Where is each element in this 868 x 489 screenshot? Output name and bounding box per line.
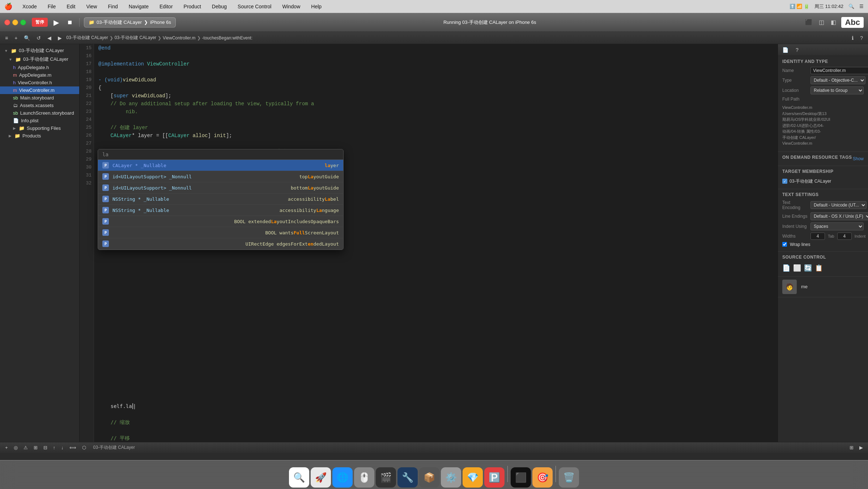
nav-back-btn[interactable]: ◀ xyxy=(45,34,54,42)
inspector-location-select[interactable]: Relative to Group xyxy=(810,86,864,94)
sidebar-item-appdelegate-m[interactable]: m AppDelegate.m xyxy=(0,71,79,79)
dock-paw[interactable]: 🅿️ xyxy=(484,467,505,488)
autocomplete-item-edges-extended[interactable]: P UIRectEdge edgesForExtendedLayout xyxy=(98,238,343,250)
status-warning-btn[interactable]: ⚠ xyxy=(22,444,29,451)
menu-edit[interactable]: Edit xyxy=(64,3,77,10)
dock-trash[interactable]: 🗑️ xyxy=(559,467,579,488)
status-expand-btn[interactable]: ⟺ xyxy=(68,444,78,451)
status-panel-btn[interactable]: ⊞ xyxy=(848,444,855,451)
inspector-file-btn[interactable]: 📄 xyxy=(779,46,791,54)
nav-forward-btn[interactable]: ▶ xyxy=(56,34,64,42)
inspector-type-select[interactable]: Default - Objective-C... xyxy=(810,76,865,84)
dock-launchpad[interactable]: 🚀 xyxy=(311,467,331,488)
menu-product[interactable]: Product xyxy=(182,3,203,10)
indent-width-input[interactable] xyxy=(837,233,852,240)
on-demand-show-btn[interactable]: Show xyxy=(853,156,864,161)
dock-dart[interactable]: 🎯 xyxy=(532,467,553,488)
menu-view[interactable]: View xyxy=(84,3,99,10)
sidebar-item-products[interactable]: ▶ 📁 Products xyxy=(0,132,79,140)
dock-sketch[interactable]: 💎 xyxy=(463,467,483,488)
close-button[interactable] xyxy=(4,20,10,25)
sidebar-nav-btn[interactable]: ≡ xyxy=(3,34,10,42)
status-play-btn[interactable]: ▶ xyxy=(858,444,864,451)
dock-app[interactable]: 📦 xyxy=(419,467,439,488)
menu-window[interactable]: Window xyxy=(280,3,302,10)
breadcrumb-item-1[interactable]: 03-手动创建 CALayer xyxy=(115,35,156,41)
menu-debug[interactable]: Debug xyxy=(210,3,229,10)
autocomplete-item-wants-fullscreen[interactable]: P BOOL wantsFullScreenLayout xyxy=(98,227,343,238)
stop-run-button[interactable]: ■ xyxy=(65,17,75,28)
breadcrumb-item-3[interactable]: -touchesBegan:withEvent: xyxy=(202,35,252,41)
dock-xcode[interactable]: 🔧 xyxy=(397,467,418,488)
run-button[interactable]: ▶ xyxy=(51,17,62,28)
target-checkbox[interactable]: ✓ xyxy=(782,179,787,184)
menu-source-control[interactable]: Source Control xyxy=(235,3,273,10)
autocomplete-item-accessibility-language[interactable]: P NSString * _Nullable accessibilityLang… xyxy=(98,205,343,216)
text-encoding-select[interactable]: Default - Unicode (UT... xyxy=(810,201,867,209)
wrap-lines-checkbox[interactable] xyxy=(782,242,787,247)
status-add-btn[interactable]: + xyxy=(4,444,9,451)
sidebar-item-plist[interactable]: 📄 Info.plist xyxy=(0,117,79,124)
menu-file[interactable]: File xyxy=(46,3,58,10)
add-file-btn[interactable]: + xyxy=(12,34,20,42)
maximize-button[interactable] xyxy=(20,20,26,25)
ac-badge-0: P xyxy=(102,162,109,169)
line-endings-select[interactable]: Default - OS X / Unix (LF) xyxy=(810,212,868,220)
dock-terminal[interactable]: ⬛ xyxy=(511,467,531,488)
autocomplete-item-extended-layout[interactable]: P BOOL extendedLayoutIncludesOpaqueBars xyxy=(98,216,343,227)
dock-finder[interactable]: 🔍 xyxy=(289,467,309,488)
sidebar-item-appdelegate-h[interactable]: h AppDelegate.h xyxy=(0,64,79,71)
sidebar-item-main-storyboard[interactable]: sb Main.storyboard xyxy=(0,94,79,102)
sidebar-item-viewcontroller-h[interactable]: h ViewController.h xyxy=(0,79,79,86)
menu-find[interactable]: Find xyxy=(106,3,120,10)
indent-using-select[interactable]: Spaces xyxy=(810,222,864,230)
menu-help[interactable]: Help xyxy=(309,3,324,10)
sidebar-item-assets[interactable]: 🗂 Assets.xcassets xyxy=(0,102,79,109)
scheme-selector[interactable]: 📁 03-手动创建 CALayer ❯ iPhone 6s xyxy=(84,17,176,27)
help-btn[interactable]: ? xyxy=(858,34,865,42)
status-layout-btn[interactable]: ⊟ xyxy=(42,444,49,451)
status-down-btn[interactable]: ↓ xyxy=(60,444,65,451)
sc-icon-3[interactable]: 🔄 xyxy=(804,264,812,272)
sidebar-item-launch-storyboard[interactable]: sb LaunchScreen.storyboard xyxy=(0,109,79,117)
minimize-button[interactable] xyxy=(12,20,18,25)
autocomplete-item-accessibility-label[interactable]: P NSString * _Nullable accessibilityLabe… xyxy=(98,194,343,205)
editor-layout-icon[interactable]: ◫ xyxy=(817,17,826,27)
dock-safari[interactable]: 🌐 xyxy=(332,467,353,488)
sidebar-item-viewcontroller-m[interactable]: m ViewController.m xyxy=(0,86,79,94)
dock-mouse[interactable]: 🖱️ xyxy=(354,467,374,488)
file-inspector-btn[interactable]: ℹ xyxy=(850,34,856,42)
sidebar-item-supporting-files[interactable]: ▶ 📁 Supporting Files xyxy=(0,124,79,132)
sidebar-item-sublayer[interactable]: ▼ 📁 03-手动创建 CALayer xyxy=(0,55,79,64)
menu-xcode[interactable]: Xcode xyxy=(20,3,39,10)
refresh-btn[interactable]: ↺ xyxy=(34,34,43,42)
menubar-search-icon[interactable]: 🔍 xyxy=(848,4,854,9)
inspector-name-input[interactable] xyxy=(810,67,868,74)
sidebar-item-root[interactable]: ▼ 📁 03-手动创建 CALayer xyxy=(0,46,79,55)
autocomplete-item-layer[interactable]: P CALayer * _Nullable layer xyxy=(98,160,343,171)
status-up-btn[interactable]: ↑ xyxy=(52,444,57,451)
autocomplete-item-top-layout[interactable]: P id<UILayoutSupport> _Nonnull topLayout… xyxy=(98,171,343,182)
sc-icon-2[interactable]: ⬜ xyxy=(793,264,801,272)
dock-prefs[interactable]: ⚙️ xyxy=(441,467,461,488)
stop-button[interactable]: 暂停 xyxy=(32,18,48,27)
breadcrumb-item-0[interactable]: 03-手动创建 CALayer xyxy=(66,35,108,41)
dock-video[interactable]: 🎬 xyxy=(376,467,396,488)
breadcrumb-item-2[interactable]: ViewController.m xyxy=(163,35,195,41)
menu-navigate[interactable]: Navigate xyxy=(127,3,151,10)
status-circle-btn[interactable]: ◎ xyxy=(12,444,19,451)
sc-icon-4[interactable]: 📋 xyxy=(815,264,823,272)
menubar-menu-icon[interactable]: ☰ xyxy=(859,4,864,9)
sc-icon-1[interactable]: 📄 xyxy=(782,264,790,272)
tab-width-input[interactable] xyxy=(810,233,825,240)
filter-btn[interactable]: 🔍 xyxy=(22,34,32,42)
status-grid-btn[interactable]: ⊞ xyxy=(32,444,39,451)
autocomplete-item-bottom-layout[interactable]: P id<UILayoutSupport> _Nonnull bottomLay… xyxy=(98,182,343,194)
inspector-quick-help-btn[interactable]: ? xyxy=(793,46,801,54)
status-hex-btn[interactable]: ⬡ xyxy=(81,444,88,451)
sidebar-toggle-icon[interactable]: ⬛ xyxy=(804,17,814,27)
apple-menu[interactable]: 🍎 xyxy=(4,3,12,10)
menu-editor[interactable]: Editor xyxy=(157,3,175,10)
target-membership-section: Target Membership ✓ 03-手动创建 CALayer xyxy=(778,166,868,189)
inspector-toggle-icon[interactable]: ◧ xyxy=(829,17,838,27)
